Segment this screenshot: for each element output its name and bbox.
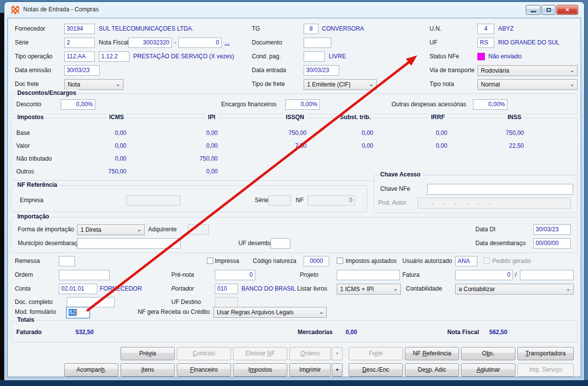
contabilidade-label: Contabilidade <box>406 285 442 293</box>
tipo-nota-value: Normal <box>481 81 500 88</box>
impressa-label: Impressa <box>215 257 239 265</box>
forma-importacao-select[interactable]: 1 Direta⌄ <box>77 224 145 235</box>
tipo-frete-select[interactable]: 1 Emitente (CIF)⌄ <box>304 79 377 90</box>
listar-livros-select[interactable]: 1 ICMS + IPI⌄ <box>337 284 401 295</box>
minimize-button[interactable] <box>526 5 541 15</box>
data-emissao-label: Data emissão <box>15 66 51 75</box>
contabilidade-select[interactable]: a Contabilizar⌄ <box>455 284 574 295</box>
previa-button[interactable]: Prévia <box>120 347 175 360</box>
chave-nfe-input[interactable] <box>427 184 573 195</box>
fatura-parcela-input[interactable] <box>520 270 574 280</box>
nota-fiscal-more-link[interactable]: ... <box>225 39 230 47</box>
remessa-label: Remessa <box>15 257 40 265</box>
desconto-input[interactable]: 0,00% <box>61 99 95 110</box>
listar-livros-label: Listar livros <box>297 285 327 293</box>
impostos-group: Impostos ICMSIPIISSQNSubst. trib.IRRFINS… <box>11 118 578 181</box>
nf-gera-select[interactable]: Usar Regras Arquivos Legais⌄ <box>213 307 327 318</box>
projeto-input[interactable] <box>337 270 400 280</box>
nota-fiscal-total-value: 562,50 <box>489 329 508 336</box>
financeiro-button[interactable]: Financeiro <box>177 363 231 377</box>
totais-group-title: Totais <box>15 316 36 323</box>
tipo-nota-select[interactable]: Normal⌄ <box>477 79 578 90</box>
tipo-nota-label: Tipo nota <box>430 80 454 88</box>
impostos-row-outros-label: Outros <box>16 168 34 176</box>
doc-frete-select[interactable]: Nota⌄ <box>64 79 123 90</box>
itens-button[interactable]: Itens <box>120 363 175 377</box>
mod-formulario-input[interactable]: 62 <box>66 307 90 318</box>
acompanh-button[interactable]: Acompanh. <box>64 363 118 377</box>
desc-enc-button[interactable]: Desc./Enc <box>349 363 403 377</box>
un-input[interactable]: 4 <box>477 24 494 34</box>
pre-nota-input[interactable]: 0 <box>215 270 255 280</box>
pre-nota-label: Pré-nota <box>171 271 194 279</box>
fatura-input[interactable]: 0 <box>455 270 513 280</box>
outras-despesas-input[interactable]: 0,00% <box>473 99 508 110</box>
municipio-desembaraco-input[interactable] <box>77 238 181 249</box>
portador-label: Portador <box>171 285 194 293</box>
data-emissao-input[interactable]: 30/03/23 <box>64 65 100 76</box>
encargos-input[interactable]: 0,00% <box>285 99 320 110</box>
impostos-button[interactable]: Impostos <box>233 363 287 377</box>
chevron-down-icon: ⌄ <box>570 79 575 89</box>
impostos-col-irrf: IRRF <box>429 114 447 121</box>
nota-fiscal-total-label: Nota Fiscal <box>447 329 479 336</box>
close-button[interactable]: ✕ <box>556 5 578 15</box>
impressa-checkbox[interactable] <box>207 257 213 264</box>
data-desembaraco-input[interactable]: 00/00/00 <box>533 238 571 249</box>
usuario-autorizado-input[interactable]: ANA <box>455 256 477 266</box>
data-entrada-input[interactable]: 30/03/23 <box>304 65 339 76</box>
documento-input[interactable] <box>304 38 331 48</box>
imprimir-button[interactable]: Imprimir <box>289 363 331 377</box>
impostos-col-ipi: IPI <box>205 114 218 121</box>
uf-destino-input <box>215 297 238 307</box>
empresa-input <box>126 195 181 206</box>
adquirente-input <box>188 224 209 235</box>
doc-completo-input[interactable] <box>67 297 115 307</box>
remessa-input[interactable] <box>59 256 75 266</box>
uf-input[interactable]: RS <box>477 38 494 48</box>
obs-button[interactable]: Obs. <box>461 347 515 360</box>
doc-frete-value: Nota <box>68 81 80 88</box>
chave-nfe-label: Chave NFe <box>380 185 410 193</box>
portador-input[interactable]: 010 <box>215 284 238 294</box>
portador-desc: BANCO DO BRASIL <box>241 285 296 293</box>
tipo-operacao-input-2[interactable]: 1.12.2 <box>99 51 129 62</box>
mod-formulario-label: Mod. formulário <box>15 308 56 316</box>
impostos-col-issqn: ISSQN <box>283 114 307 121</box>
un-desc: ABYZ <box>498 25 513 33</box>
maximize-button[interactable] <box>542 5 555 15</box>
codigo-natureza-input[interactable]: 0000 <box>304 256 329 266</box>
ordem-input[interactable] <box>59 270 110 280</box>
window-titlebar[interactable]: Notas de Entrada - Compras ✕ <box>4 2 584 18</box>
minimize-icon <box>531 11 536 12</box>
fatura-separator: / <box>515 271 516 279</box>
tipo-operacao-input-1[interactable]: 112.AA <box>64 51 95 62</box>
tg-desc: CONVERSORA <box>322 25 364 33</box>
maximize-icon <box>547 8 551 12</box>
cond-pag-input[interactable] <box>304 51 325 62</box>
impostos-group-title: Impostos <box>15 114 45 121</box>
uf-desembaraco-input[interactable] <box>271 238 290 249</box>
aglutinar-button[interactable]: Aglutinar <box>461 363 515 377</box>
impostos-col-subst-trib: Subst. trib. <box>337 114 373 121</box>
nota-fiscal-input[interactable]: 30032320 <box>128 38 172 48</box>
conta-input[interactable]: 02.01.01 <box>59 284 97 294</box>
pedido-gerado-label: Pedido gerado <box>492 257 531 265</box>
serie-input[interactable]: 2 <box>64 38 95 48</box>
fornecedor-input[interactable]: 30194 <box>64 24 95 34</box>
nf-referencia-button[interactable]: NF Referência <box>405 347 459 360</box>
status-nfe-swatch <box>477 53 485 60</box>
nf-gera-label: NF gera Receita ou Crédito <box>123 308 210 316</box>
transportadora-button[interactable]: Transportadora <box>517 347 574 360</box>
data-di-input[interactable]: 30/03/23 <box>533 224 571 235</box>
via-transporte-select[interactable]: Rodoviária⌄ <box>477 65 578 76</box>
impostos-ajustados-checkbox[interactable] <box>337 257 343 264</box>
nota-fiscal-sub-input[interactable]: 0 <box>178 38 222 48</box>
desp-adic-button[interactable]: Desp. Adic <box>405 363 459 377</box>
imprimir-menu-arrow-button[interactable]: ▼ <box>332 363 343 377</box>
data-di-label: Data DI <box>475 225 496 234</box>
descontos-group: Descontos/Encargos Desconto 0,00% Encarg… <box>11 93 578 114</box>
descontos-group-title: Descontos/Encargos <box>15 89 78 96</box>
forma-importacao-value: 1 Direta <box>80 226 101 233</box>
tg-input[interactable]: 8 <box>304 24 318 34</box>
